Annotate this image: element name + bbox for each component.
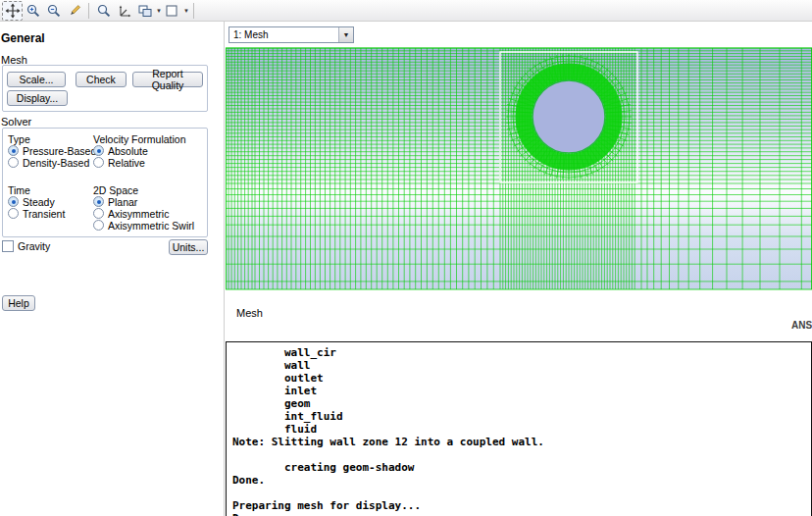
graphics-caption: Mesh — [236, 307, 263, 319]
views-icon-glyph — [137, 3, 153, 19]
radio-label: Planar — [108, 196, 137, 208]
zoom-out-icon[interactable] — [43, 1, 64, 21]
radio-icon — [8, 208, 19, 219]
display-mode-icon-glyph — [164, 3, 179, 19]
zoom-icon[interactable] — [93, 1, 114, 21]
console-window[interactable]: wall_cir wall outlet inlet geom int_flui… — [226, 341, 812, 516]
radio-label: Axisymmetric — [108, 208, 169, 220]
radio-transient[interactable]: Transient — [8, 208, 65, 219]
radio-absolute[interactable]: Absolute — [93, 145, 148, 156]
checkbox-label: Gravity — [18, 240, 50, 252]
radio-planar[interactable]: Planar — [93, 196, 137, 207]
radio-label: Axisymmetric Swirl — [108, 220, 194, 232]
radio-relative[interactable]: Relative — [93, 157, 145, 168]
probe-icon-glyph — [67, 3, 82, 19]
axes-icon[interactable] — [114, 1, 134, 21]
radio-steady[interactable]: Steady — [8, 196, 55, 207]
radio-icon — [8, 196, 19, 207]
axes-icon-glyph — [117, 3, 132, 19]
pan-icon[interactable] — [2, 1, 23, 21]
mesh-canvas[interactable] — [226, 44, 812, 292]
radio-label: Steady — [23, 196, 55, 208]
velocity-group-label: Velocity Formulation — [93, 133, 186, 145]
solver-group: Type Pressure-Based Density-Based Veloci… — [2, 128, 208, 237]
help-button[interactable]: Help — [2, 295, 35, 311]
radio-icon — [93, 220, 104, 231]
graphics-view-selector[interactable]: 1: Mesh ▼ — [228, 26, 354, 43]
graphics-window: 1: Mesh ▼ Mesh ANSYS — [226, 22, 812, 341]
mesh-group: Scale... Check Report Quality Display... — [2, 65, 208, 112]
type-group-label: Type — [8, 133, 30, 145]
check-button[interactable]: Check — [76, 72, 127, 87]
zoom-out-icon-glyph — [46, 3, 62, 19]
display-mode-icon[interactable] — [162, 1, 182, 21]
graphics-view-selector-value: 1: Mesh — [229, 29, 338, 40]
views-icon[interactable] — [134, 1, 155, 21]
pan-icon-glyph — [5, 3, 21, 19]
radio-icon — [93, 145, 104, 156]
display-mode-dropdown-caret[interactable]: ▼ — [183, 8, 189, 14]
task-page-general: General Mesh Scale... Check Report Quali… — [0, 22, 225, 516]
gravity-checkbox[interactable]: Gravity — [2, 240, 50, 252]
radio-icon — [93, 208, 104, 219]
ansys-watermark: ANSYS — [791, 320, 812, 331]
zoom-icon-glyph — [96, 3, 112, 19]
chevron-down-icon[interactable]: ▼ — [338, 27, 353, 42]
console-output: wall_cir wall outlet inlet geom int_flui… — [227, 342, 811, 516]
radio-label: Relative — [108, 157, 145, 169]
radio-density-based[interactable]: Density-Based — [8, 157, 89, 168]
page-title: General — [1, 31, 45, 45]
radio-icon — [8, 145, 19, 156]
radio-label: Pressure-Based — [23, 145, 96, 157]
units-button[interactable]: Units... — [169, 239, 208, 255]
radio-icon — [8, 157, 19, 168]
time-group-label: Time — [8, 184, 30, 196]
probe-icon[interactable] — [64, 1, 84, 21]
radio-axisymmetric[interactable]: Axisymmetric — [93, 208, 169, 219]
scale-button[interactable]: Scale... — [7, 72, 66, 87]
solver-section-label: Solver — [1, 116, 31, 128]
radio-label: Density-Based — [23, 157, 89, 169]
radio-label: Absolute — [108, 145, 148, 157]
radio-label: Transient — [23, 208, 65, 220]
toolbar-separator — [193, 3, 194, 19]
radio-pressure-based[interactable]: Pressure-Based — [8, 145, 96, 156]
checkbox-icon — [2, 240, 14, 252]
main-toolbar: ▼ ▼ — [0, 0, 812, 22]
radio-icon — [93, 157, 104, 168]
zoom-in-icon-glyph — [25, 3, 41, 19]
radio-axisymmetric-swirl[interactable]: Axisymmetric Swirl — [93, 220, 194, 231]
toolbar-separator — [88, 3, 89, 19]
zoom-in-icon[interactable] — [23, 1, 43, 21]
space-group-label: 2D Space — [93, 184, 138, 196]
report-quality-button[interactable]: Report Quality — [132, 72, 203, 87]
radio-icon — [93, 196, 104, 207]
display-button[interactable]: Display... — [7, 90, 68, 106]
